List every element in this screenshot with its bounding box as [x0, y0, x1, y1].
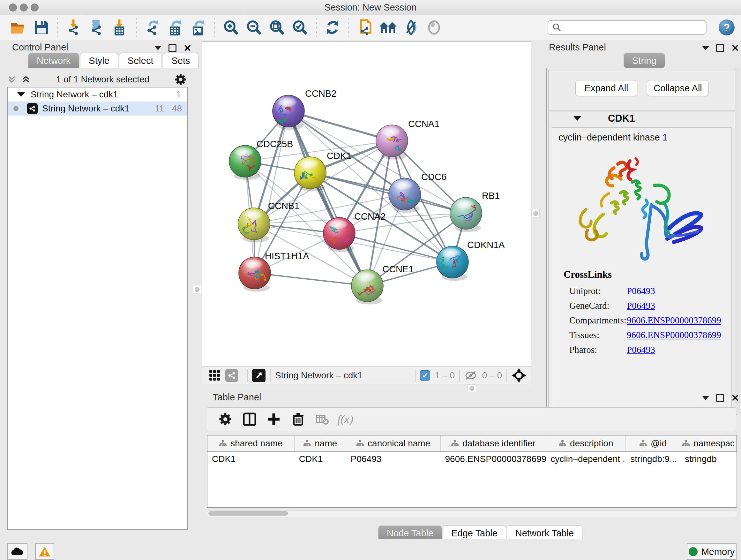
network-node-rb1[interactable]: RB1 — [450, 191, 500, 232]
network-edge[interactable] — [255, 111, 288, 273]
tab-select[interactable]: Select — [119, 53, 162, 68]
tab-string[interactable]: String — [623, 53, 665, 68]
crosslink-link[interactable]: 9606.ENSP00000378699 — [627, 330, 721, 340]
table-cell[interactable]: stringdb:9... — [626, 452, 680, 466]
birds-eye-view-icon[interactable] — [252, 369, 266, 382]
node-label: CCNE1 — [382, 264, 414, 274]
collection-count: 1 — [176, 89, 181, 100]
table-panel: Table Panel ✕ f(x) shared namenamecanoni… — [202, 391, 741, 537]
network-node-cdkn1a[interactable]: CDKN1A — [436, 240, 505, 281]
crosslink-row: Uniprot:P06493 — [563, 284, 721, 298]
network-canvas[interactable]: CCNB2CCNA1CDC25BCDK1CDC6RB1CCNB1CCNA2CDK… — [202, 42, 531, 367]
network-share-icon[interactable] — [225, 369, 238, 382]
table-options-gear-icon[interactable] — [216, 410, 234, 428]
zoom-selected-icon[interactable] — [290, 17, 310, 38]
create-column-plus-icon[interactable] — [265, 410, 283, 428]
tab-style[interactable]: Style — [80, 53, 118, 68]
panel-menu-icon[interactable] — [702, 46, 709, 50]
table-row[interactable]: CDK1CDK1P064939606.ENSP00000378699cyclin… — [207, 452, 737, 466]
hidden-eye-slash-icon[interactable] — [464, 370, 478, 381]
column-header-database-identifier[interactable]: database identifier — [441, 435, 546, 451]
home-icon[interactable] — [378, 17, 398, 38]
delete-column-trash-icon[interactable] — [289, 410, 307, 428]
network-node-ccna1[interactable]: CCNA1 — [376, 119, 440, 160]
open-session-icon[interactable] — [9, 17, 28, 38]
new-network-from-file-icon[interactable] — [355, 17, 375, 38]
network-node-hist1h1a[interactable]: HIST1H1A — [239, 251, 309, 292]
help-button[interactable]: ? — [719, 19, 735, 36]
network-node-cdc6[interactable]: CDC6 — [389, 172, 447, 213]
network-collection-row[interactable]: String Network – cdk1 1 — [8, 87, 187, 102]
section-expand-icon[interactable] — [574, 116, 581, 121]
export-image-icon[interactable] — [189, 17, 208, 38]
scrollbar-thumb[interactable] — [208, 511, 288, 516]
gear-icon[interactable] — [174, 73, 187, 86]
crosslink-link[interactable]: P06493 — [627, 286, 655, 296]
search-field[interactable] — [548, 20, 706, 35]
panel-menu-icon[interactable] — [154, 46, 161, 50]
crosslink-link[interactable]: 9606.ENSP00000378699 — [627, 315, 721, 326]
cloud-button[interactable] — [7, 543, 27, 560]
close-panel-icon[interactable]: ✕ — [731, 45, 739, 51]
close-panel-icon[interactable]: ✕ — [184, 45, 192, 51]
expand-all-button[interactable]: Expand All — [576, 80, 637, 96]
column-header-shared-name[interactable]: shared name — [207, 435, 294, 451]
table-cell[interactable]: P06493 — [346, 452, 441, 466]
grid-view-icon[interactable] — [207, 366, 222, 385]
search-input[interactable] — [562, 22, 697, 33]
column-header-name[interactable]: name — [294, 435, 346, 451]
collapse-all-icon[interactable] — [6, 74, 17, 85]
collapse-all-button[interactable]: Collapse All — [647, 80, 709, 96]
crosslink-link[interactable]: P06493 — [627, 345, 655, 355]
gene-section-header[interactable]: CDK1 — [549, 111, 735, 125]
table-cell[interactable]: cyclin–dependent ... — [546, 452, 626, 466]
table-cell[interactable]: 9606.ENSP00000378699 — [441, 452, 546, 466]
tab-edge-table[interactable]: Edge Table — [443, 525, 506, 541]
memory-button[interactable]: Memory — [687, 543, 737, 560]
column-header-canonical-name[interactable]: canonical name — [346, 435, 441, 451]
float-panel-icon[interactable] — [169, 44, 177, 52]
network-row[interactable]: String Network – cdk1 11 48 — [8, 102, 187, 116]
zoom-in-icon[interactable] — [221, 17, 241, 38]
float-panel-icon[interactable] — [716, 394, 724, 402]
tab-node-table[interactable]: Node Table — [378, 525, 442, 541]
export-network-icon[interactable] — [143, 17, 162, 38]
right-splitter-handle[interactable] — [531, 209, 540, 217]
horizontal-splitter-handle[interactable] — [467, 384, 476, 392]
collection-expand-icon[interactable] — [17, 92, 25, 97]
import-table-icon[interactable] — [110, 17, 130, 38]
warnings-button[interactable] — [35, 543, 54, 560]
results-scrollbar[interactable] — [736, 68, 740, 415]
expand-all-icon[interactable] — [20, 74, 31, 85]
tab-network[interactable]: Network — [28, 53, 79, 68]
close-panel-icon[interactable]: ✕ — [731, 395, 739, 401]
show-hide-icon[interactable] — [401, 17, 421, 38]
refresh-icon[interactable] — [323, 17, 342, 38]
left-splitter-handle[interactable] — [193, 285, 201, 294]
import-network-icon[interactable] — [64, 17, 84, 38]
panel-menu-icon[interactable] — [702, 396, 709, 400]
tab-network-table[interactable]: Network Table — [507, 525, 583, 541]
table-cell[interactable]: stringdb — [680, 452, 737, 466]
zoom-out-icon[interactable] — [244, 17, 264, 38]
show-columns-icon[interactable] — [240, 410, 259, 428]
column-header--id[interactable]: @id — [626, 435, 680, 451]
float-panel-icon[interactable] — [716, 44, 724, 52]
column-header-namespac[interactable]: namespac — [680, 435, 737, 451]
network-node-ccnb2[interactable]: CCNB2 — [273, 88, 336, 130]
zoom-fit-icon[interactable] — [267, 17, 287, 38]
export-table-icon[interactable] — [165, 17, 185, 38]
eye-icon[interactable] — [424, 17, 444, 38]
tab-sets[interactable]: Sets — [163, 53, 199, 68]
table-cell[interactable]: CDK1 — [207, 452, 294, 466]
fit-selected-crosshair-icon[interactable] — [512, 368, 526, 383]
import-database-icon[interactable] — [87, 17, 107, 38]
network-edge[interactable] — [255, 273, 367, 286]
column-header-description[interactable]: description — [546, 435, 626, 451]
table-cell[interactable]: CDK1 — [294, 452, 346, 466]
selected-checkbox[interactable]: ✓ — [420, 370, 430, 381]
table-horizontal-scrollbar[interactable] — [207, 510, 738, 517]
network-node-cdk1[interactable]: CDK1 — [294, 151, 351, 192]
crosslink-link[interactable]: P06493 — [627, 300, 655, 311]
save-session-icon[interactable] — [31, 17, 51, 38]
